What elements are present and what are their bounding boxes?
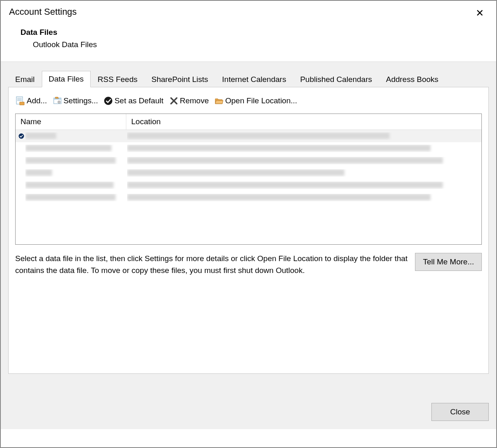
cell-name — [25, 182, 127, 189]
tell-me-more-button[interactable]: Tell Me More... — [415, 253, 482, 271]
cell-location — [127, 194, 480, 201]
grid-header: Name Location — [16, 114, 481, 130]
svg-rect-1 — [17, 98, 22, 98]
grid-body — [16, 130, 481, 204]
open-file-location-label: Open File Location... — [225, 96, 297, 105]
svg-point-7 — [104, 97, 112, 105]
cell-name — [25, 157, 127, 164]
add-label: Add... — [27, 96, 47, 105]
cell-name — [25, 169, 127, 177]
toolbar: Add... Settings... — [15, 96, 482, 106]
tab-data-files[interactable]: Data Files — [42, 71, 91, 87]
cell-location — [127, 182, 480, 189]
table-row[interactable] — [16, 142, 481, 155]
svg-point-6 — [58, 101, 60, 103]
data-files-grid: Name Location — [15, 114, 482, 245]
add-file-icon — [16, 96, 25, 105]
remove-button[interactable]: Remove — [169, 96, 210, 106]
cell-location — [127, 169, 480, 177]
close-icon[interactable]: ✕ — [472, 7, 488, 20]
settings-button[interactable]: Settings... — [52, 96, 99, 106]
cell-name — [25, 194, 127, 201]
cell-name — [25, 132, 127, 140]
tab-published-calendars[interactable]: Published Calendars — [293, 71, 379, 87]
settings-label: Settings... — [64, 96, 98, 105]
open-file-location-button[interactable]: Open File Location... — [214, 96, 298, 106]
cell-location — [127, 157, 480, 164]
remove-label: Remove — [180, 96, 209, 105]
tab-rss-feeds[interactable]: RSS Feeds — [91, 71, 144, 87]
table-row[interactable] — [16, 191, 481, 204]
check-circle-icon — [104, 96, 113, 105]
tab-panel: Add... Settings... — [8, 87, 489, 374]
cell-name — [25, 145, 127, 152]
tab-internet-calendars[interactable]: Internet Calendars — [215, 71, 293, 87]
svg-rect-3 — [17, 100, 22, 101]
section-title: Data Files — [21, 28, 488, 37]
cell-location — [127, 132, 480, 140]
tab-sharepoint-lists[interactable]: SharePoint Lists — [144, 71, 215, 87]
table-row[interactable] — [16, 130, 481, 142]
folder-open-icon — [214, 96, 223, 105]
set-default-label: Set as Default — [114, 96, 163, 105]
svg-rect-2 — [17, 99, 22, 100]
settings-icon — [53, 96, 62, 105]
default-indicator — [17, 133, 25, 139]
remove-icon — [169, 96, 178, 105]
section-subtitle: Outlook Data Files — [21, 40, 488, 49]
tab-email[interactable]: Email — [8, 71, 42, 87]
table-row[interactable] — [16, 167, 481, 179]
set-default-button[interactable]: Set as Default — [103, 96, 164, 106]
column-header-name[interactable]: Name — [16, 114, 126, 130]
svg-point-8 — [19, 134, 24, 139]
column-header-location[interactable]: Location — [126, 114, 481, 130]
tab-strip: Email Data Files RSS Feeds SharePoint Li… — [8, 71, 489, 87]
table-row[interactable] — [16, 155, 481, 167]
tab-address-books[interactable]: Address Books — [379, 71, 445, 87]
dialog-title: Account Settings — [9, 7, 77, 17]
cell-location — [127, 145, 480, 152]
table-row[interactable] — [16, 179, 481, 191]
close-button[interactable]: Close — [431, 403, 489, 421]
add-button[interactable]: Add... — [15, 96, 48, 106]
info-text: Select a data file in the list, then cli… — [15, 253, 408, 276]
